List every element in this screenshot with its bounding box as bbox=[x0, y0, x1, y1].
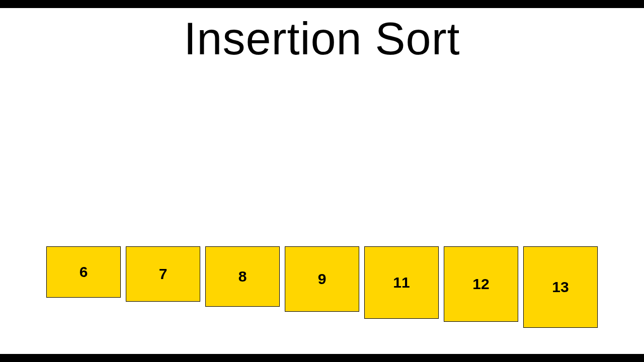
array-visualization: 6 7 8 9 11 12 13 bbox=[46, 246, 600, 337]
array-cell: 9 bbox=[285, 246, 359, 312]
array-cell-value: 11 bbox=[393, 274, 410, 291]
array-cell: 13 bbox=[523, 246, 598, 328]
array-cell: 6 bbox=[46, 246, 121, 298]
array-cell: 12 bbox=[444, 246, 518, 322]
array-cell-value: 12 bbox=[472, 276, 489, 293]
array-cell-value: 6 bbox=[79, 263, 88, 281]
array-cell-value: 13 bbox=[552, 279, 569, 296]
array-cell: 11 bbox=[364, 246, 439, 319]
slide-canvas: Insertion Sort 6 7 8 9 11 12 13 bbox=[0, 8, 644, 354]
array-cell: 8 bbox=[205, 246, 280, 307]
array-cell-value: 9 bbox=[318, 270, 327, 288]
slide-title: Insertion Sort bbox=[0, 13, 644, 65]
array-cell-value: 7 bbox=[159, 265, 168, 283]
array-cell: 7 bbox=[126, 246, 200, 302]
array-cell-value: 8 bbox=[238, 268, 247, 285]
